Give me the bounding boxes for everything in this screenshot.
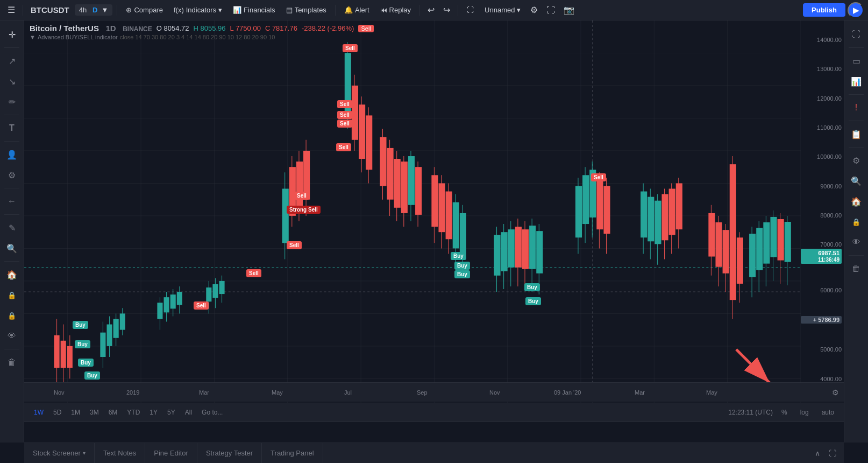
signal-buy-7[interactable]: Buy: [454, 270, 470, 278]
zoom-right-tool[interactable]: 🔍: [846, 171, 866, 191]
lock-tool[interactable]: 🔒: [2, 285, 22, 305]
signal-sell-9[interactable]: Sell: [194, 301, 209, 310]
chart-type-right[interactable]: 📊: [846, 72, 866, 91]
alert-button[interactable]: 🔔 Alert: [340, 4, 374, 16]
log-button[interactable]: log: [796, 407, 813, 418]
signal-buy-9[interactable]: Buy: [525, 297, 541, 305]
financials-button[interactable]: 📊 Financials: [229, 4, 280, 16]
menu-button[interactable]: ☰: [4, 3, 18, 17]
svg-rect-148: [785, 222, 791, 262]
signal-sell-3[interactable]: Sell: [337, 111, 352, 119]
time-2019: 2019: [126, 389, 139, 396]
measure-tool[interactable]: ⚙: [2, 165, 22, 185]
tf-1m[interactable]: 1M: [67, 407, 84, 418]
trend-line-tool[interactable]: ↗: [2, 51, 22, 71]
pencil-tool[interactable]: ✏: [2, 92, 22, 111]
templates-button[interactable]: ▤ Templates: [282, 4, 331, 16]
tab-strategy-tester[interactable]: Strategy Tester: [197, 443, 262, 463]
goto-button[interactable]: Go to...: [197, 407, 227, 418]
svg-rect-86: [446, 192, 452, 240]
tab-stock-screener[interactable]: Stock Screener ▾: [24, 443, 95, 463]
tf-3m[interactable]: 3M: [86, 407, 103, 418]
tf-5y[interactable]: 5Y: [163, 407, 180, 418]
chart-area[interactable]: Bitcoin / TetherUS 1D BINANCE O 8054.72 …: [24, 20, 844, 422]
collapse-button[interactable]: ∧: [812, 448, 823, 459]
signal-sell-8[interactable]: Sell: [246, 269, 261, 277]
auto-button[interactable]: auto: [817, 407, 838, 418]
back-button[interactable]: ←: [2, 192, 22, 211]
signal-buy-5[interactable]: Buy: [451, 252, 466, 260]
fullscreen-button[interactable]: ⛶: [463, 4, 478, 16]
zoom-tool[interactable]: 🔍: [2, 238, 22, 258]
time-jul: Jul: [344, 389, 352, 396]
signal-sell-2[interactable]: Sell: [337, 100, 352, 108]
signal-buy-8[interactable]: Buy: [524, 283, 540, 291]
signal-sell-7[interactable]: Sell: [287, 241, 302, 249]
tf-6m[interactable]: 6M: [104, 407, 122, 418]
signal-buy-4[interactable]: Buy: [84, 371, 100, 380]
indicators-button[interactable]: f(x) Indicators ▾: [169, 4, 226, 16]
trash-tool[interactable]: 🗑: [2, 353, 22, 372]
svg-rect-146: [778, 219, 784, 261]
stock-screener-chevron[interactable]: ▾: [83, 450, 86, 456]
signal-sell-6[interactable]: Sell: [294, 192, 309, 200]
tv-logo[interactable]: ▶: [848, 2, 864, 18]
signal-sell-5[interactable]: Sell: [336, 143, 351, 151]
publish-button[interactable]: Publish: [803, 3, 845, 17]
home-right[interactable]: 🏠: [846, 192, 866, 211]
tf-ytd[interactable]: YTD: [123, 407, 144, 418]
watchlist-tool[interactable]: 🏠: [2, 265, 22, 284]
tab-trading-panel[interactable]: Trading Panel: [262, 443, 323, 463]
tab-pine-editor[interactable]: Pine Editor: [145, 443, 197, 463]
svg-rect-46: [177, 292, 182, 305]
text-tool[interactable]: T: [2, 118, 22, 138]
signal-sell-1[interactable]: Sell: [343, 44, 358, 52]
annotate-tool[interactable]: ✎: [2, 218, 22, 237]
dropdown-arrow[interactable]: ▼: [30, 34, 35, 40]
signal-sell-10[interactable]: Sell: [591, 173, 606, 181]
signal-sell-4[interactable]: Sell: [337, 120, 352, 128]
trash-right-tool[interactable]: 🗑: [846, 259, 866, 278]
lock-right-tool[interactable]: 🔒: [846, 212, 866, 232]
expand-button[interactable]: ⛶: [543, 3, 558, 17]
camera-button[interactable]: 📷: [560, 3, 578, 17]
candlestick-chart[interactable]: [24, 20, 801, 422]
ray-line-tool[interactable]: ↘: [2, 72, 22, 91]
svg-rect-66: [359, 104, 365, 159]
signal-strong-sell-1[interactable]: Strong Sell: [287, 206, 321, 214]
right-sep5: [849, 255, 864, 256]
svg-rect-96: [508, 229, 515, 268]
separator5: [458, 5, 458, 16]
eye-right-tool[interactable]: 👁: [846, 233, 866, 252]
tab-text-notes[interactable]: Text Notes: [95, 443, 145, 463]
eye-tool[interactable]: 👁: [2, 326, 22, 346]
indicator-line: ▼ Advanced BUY/SELL indicator close 14 7…: [30, 34, 838, 40]
forecast-tool[interactable]: 👤: [2, 145, 22, 164]
timeframe-selector[interactable]: 4h D ▼: [75, 4, 113, 16]
data-window-right[interactable]: ▭: [846, 51, 866, 71]
compare-button[interactable]: ⊕ Compare: [122, 4, 167, 16]
time-settings-icon[interactable]: ⚙: [829, 386, 842, 399]
separator4: [419, 5, 420, 16]
chart-settings-button[interactable]: ⚙: [527, 3, 541, 17]
tf-1y[interactable]: 1Y: [145, 407, 162, 418]
tf-1w[interactable]: 1W: [30, 407, 48, 418]
watchlist-right[interactable]: 📋: [846, 124, 866, 144]
signal-buy-1[interactable]: Buy: [73, 321, 88, 329]
chart-name-button[interactable]: Unnamed ▾: [480, 4, 525, 16]
expand-bottom-button[interactable]: ⛶: [826, 448, 839, 459]
percent-button[interactable]: %: [777, 407, 792, 418]
replay-button[interactable]: ⏮ Replay: [376, 4, 415, 16]
undo-button[interactable]: ↩: [424, 3, 438, 17]
signal-buy-2[interactable]: Buy: [75, 340, 90, 348]
crosshair-tool[interactable]: ✛: [2, 25, 22, 44]
redo-button[interactable]: ↪: [440, 3, 453, 17]
lock2-tool[interactable]: 🔒: [2, 306, 22, 325]
signal-buy-3[interactable]: Buy: [78, 359, 94, 367]
settings-right[interactable]: ⚙: [846, 151, 866, 170]
fullscreen-right[interactable]: ⛶: [846, 25, 866, 44]
tf-all[interactable]: All: [181, 407, 196, 418]
signal-buy-6[interactable]: Buy: [454, 262, 470, 270]
tf-5d[interactable]: 5D: [49, 407, 66, 418]
alert-right[interactable]: !: [846, 98, 866, 117]
